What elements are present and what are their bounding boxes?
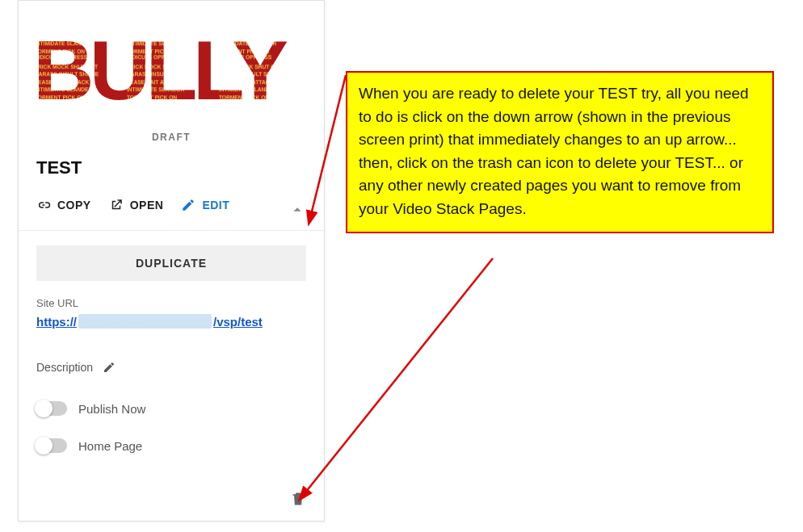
page-card: TRICK MOCK SHUT OUT HARASS INSULT SHAME … — [18, 0, 325, 522]
trash-icon[interactable] — [290, 490, 306, 508]
site-url-label: Site URL — [36, 297, 306, 314]
toggles-section: Publish Now Home Page — [19, 388, 324, 472]
url-redacted — [78, 314, 212, 329]
description-section: Description — [19, 345, 324, 388]
open-label: OPEN — [130, 199, 164, 212]
home-page-label: Home Page — [78, 439, 142, 453]
publish-now-label: Publish Now — [78, 402, 145, 416]
collapse-toggle[interactable] — [288, 201, 306, 219]
copy-button[interactable]: COPY — [36, 198, 91, 212]
site-url-section: Site URL https:///vsp/test — [19, 295, 324, 345]
trash-row — [19, 472, 324, 521]
edit-description-icon[interactable] — [103, 361, 116, 374]
url-prefix: https:// — [36, 315, 77, 329]
description-label: Description — [36, 361, 93, 374]
callout-text: When you are ready to delete your TEST t… — [359, 85, 749, 217]
copy-label: COPY — [57, 199, 91, 212]
page-title: TEST — [19, 151, 324, 178]
svg-line-9 — [305, 258, 493, 492]
publish-now-toggle[interactable] — [36, 401, 67, 416]
bully-word-art: TRICK MOCK SHUT OUT HARASS INSULT SHAME … — [33, 12, 309, 117]
url-suffix: /vsp/test — [213, 315, 263, 329]
edit-button[interactable]: EDIT — [181, 198, 229, 212]
link-icon — [36, 198, 51, 212]
open-external-icon — [109, 198, 124, 212]
open-button[interactable]: OPEN — [109, 198, 164, 212]
home-page-toggle[interactable] — [36, 438, 67, 453]
chevron-up-icon — [288, 201, 306, 219]
site-url-link[interactable]: https:///vsp/test — [36, 314, 306, 337]
edit-label: EDIT — [202, 199, 229, 212]
hero-image: TRICK MOCK SHUT OUT HARASS INSULT SHAME … — [19, 1, 324, 120]
actions-row: COPY OPEN EDIT — [19, 178, 324, 231]
annotation-callout: When you are ready to delete your TEST t… — [346, 71, 774, 233]
duplicate-button[interactable]: DUPLICATE — [36, 245, 306, 281]
svg-text:BULLY: BULLY — [33, 23, 288, 117]
pencil-icon — [181, 198, 195, 212]
status-badge: DRAFT — [19, 120, 324, 151]
